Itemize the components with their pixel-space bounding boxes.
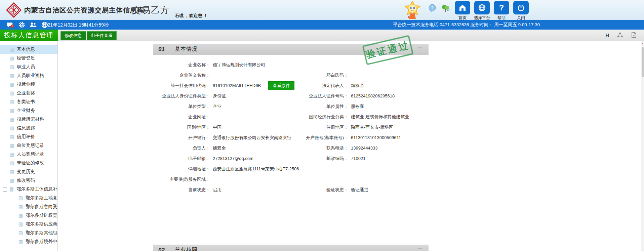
select-platform-button[interactable]: 选择平台 (474, 1, 490, 21)
sidebar-item-label: 企业获奖 (17, 90, 35, 96)
field-label: 企业网址： (153, 114, 210, 120)
clipboard-icon (9, 169, 14, 174)
field-label: 企业法人身份证件类型： (153, 93, 210, 99)
sidebar-item[interactable]: − 鄂尔 (0, 202, 57, 211)
clipboard-icon (9, 108, 14, 113)
clipboard-icon (9, 65, 14, 70)
sidebar-item[interactable]: − 职业 (0, 62, 57, 71)
close-button[interactable]: 关闭 (513, 1, 529, 21)
sidebar-item[interactable]: − 修改 (0, 176, 57, 185)
form-cell-right: 企业法人证件号码： 612524198206295618 (304, 93, 429, 99)
field-label: 验证状态： (304, 187, 348, 193)
vertical-scrollbar[interactable]: ▲ (641, 41, 644, 251)
sidebar-item[interactable]: − 鄂尔 (0, 220, 57, 228)
scroll-up-arrow-icon[interactable]: ▲ (641, 41, 644, 44)
sidebar-item[interactable]: − 未验 (0, 159, 57, 167)
clipboard-icon (9, 91, 14, 96)
sidebar-item[interactable]: − 鄂尔 (0, 228, 57, 237)
toolbar: 投标人信息管理 修改信息 电子件查看 H (0, 30, 644, 41)
field-value: 身份证 (213, 93, 226, 99)
sidebar-item[interactable]: − 鄂尔 (0, 185, 57, 194)
gear-icon[interactable] (18, 22, 25, 28)
edit-info-button[interactable]: 修改信息 (61, 31, 86, 40)
sidebar-item[interactable]: − 单位 (0, 141, 57, 150)
clipboard-icon (18, 196, 23, 201)
field-label: 法定代表人： (304, 83, 348, 89)
form-cell-left: 单位类型： 企业 (153, 103, 304, 110)
sidebar-item[interactable]: − 人员 (0, 150, 57, 159)
sidebar-item[interactable]: − 信息 (0, 124, 57, 132)
sidebar-item[interactable]: − 企业 (0, 106, 57, 115)
field-value: 魏双全 (351, 83, 364, 89)
sidebar-item[interactable]: − 基本 (0, 45, 57, 54)
collapse-section-icon[interactable]: — (418, 246, 422, 251)
platform-globe-icon (474, 1, 490, 14)
sidebar-item[interactable]: − 信用 (0, 132, 57, 141)
site-logo-icon (6, 2, 22, 18)
help-bubble-icon[interactable]: ? (428, 3, 438, 13)
sidebar-item-label: 单位奖惩记录 (17, 142, 44, 149)
form-cell-left: 统一社会信用代码： 91610102MA6TTEED6B 查看原件 (153, 81, 304, 90)
clipboard-icon (9, 56, 14, 61)
sidebar-item-label: 人员奖惩记录 (17, 151, 44, 157)
users-icon[interactable] (30, 22, 37, 28)
form-cell-right: 验证状态： 验证通过 (304, 187, 429, 193)
sidebar-item-label: 基本信息 (17, 46, 35, 52)
notes-stack-icon (9, 187, 14, 192)
home-button[interactable]: 首页 (454, 1, 471, 21)
sidebar-item[interactable]: − 经营 (0, 54, 57, 62)
sitemap-icon[interactable] (617, 32, 623, 38)
sidebar-item[interactable]: − 各类 (0, 97, 57, 106)
form-cell-left: 企业网址： (153, 114, 304, 120)
export-pdf-icon[interactable] (631, 32, 637, 38)
sidebar-item[interactable]: − 鄂尔 (0, 194, 57, 202)
form-row: 开户银行： 交通银行股份有限公司西安长安南路支行 开户账号(基本账号)： 611… (153, 132, 429, 143)
collapse-section-icon[interactable]: — (418, 45, 422, 50)
message-icon[interactable]: ! (7, 22, 14, 28)
field-label: 邮政编码： (304, 156, 348, 162)
field-label: 当前状态： (153, 187, 210, 193)
view-original-button[interactable]: 查看原件 (268, 81, 294, 90)
power-icon (513, 1, 529, 14)
sidebar-item-label: 变更历史 (17, 169, 35, 175)
statusbar-icons: ! (7, 22, 48, 28)
h-tool-icon[interactable]: H (605, 32, 609, 38)
form-cell-right: 邓白氏码： (304, 72, 429, 78)
sidebar-item[interactable]: − 投标 (0, 80, 57, 89)
sidebar-item[interactable]: − 鄂尔 (0, 237, 57, 246)
eview-button[interactable]: 电子件查看 (87, 31, 117, 40)
question-icon: ? (494, 1, 509, 14)
sidebar-item[interactable]: − 人员 (0, 71, 57, 80)
form-cell-left: 负责人： 魏双全 (153, 145, 304, 151)
form-row: 当前状态： 启用 验证状态： 验证通过 (153, 184, 429, 195)
field-label: 负责人： (153, 145, 210, 151)
sidebar-item[interactable]: − 投标 (0, 115, 57, 124)
form-cell-left: 开户银行： 交通银行股份有限公司西安长安南路支行 (153, 135, 304, 141)
eco-tree-icon[interactable] (440, 3, 450, 13)
sidebar-item-label: 鄂尔多斯矿权竞买人 (26, 212, 57, 218)
form-cell-right: 注册地区： 陕西省-西安市-雁塔区 (304, 124, 429, 130)
svg-text:?: ? (499, 3, 504, 12)
form-cell-left: 国别/地区： 中国 (153, 124, 304, 130)
field-value: 13992444333 (351, 145, 378, 151)
sidebar: − 基本 (0, 41, 58, 251)
form-row: 单位类型： 企业 单位属性： 服务商 (153, 101, 429, 112)
field-value: 710021 (351, 156, 365, 161)
field-label: 单位类型： (153, 103, 210, 110)
clipboard-icon (9, 152, 14, 157)
form-cell-left: 企业法人身份证件类型： 身份证 (153, 93, 304, 99)
field-value: 91610102MA6TTEED6B (213, 83, 261, 88)
sidebar-item[interactable]: − 鄂尔 (0, 211, 57, 220)
section-number: 01 (158, 46, 165, 53)
form-cell-right: 单位属性： 服务商 (304, 103, 429, 110)
help-button[interactable]: ? 帮助 (493, 1, 510, 21)
sidebar-item-label: 鄂尔多斯意向受让方 (26, 204, 57, 210)
field-value: 验证通过 (351, 187, 368, 193)
main-content: 01 基本情况 — 验证通过 企业名称： 信宇腾远规划设计有限公司 (58, 41, 641, 251)
module-title: 投标人信息管理 (0, 30, 58, 41)
sidebar-item[interactable]: − 变更 (0, 167, 57, 176)
tree-collapse-icon[interactable]: − (3, 187, 7, 192)
sidebar-item[interactable]: − 企业 (0, 89, 57, 97)
scrollbar-thumb[interactable] (642, 47, 644, 77)
field-label: 统一社会信用代码： (153, 83, 210, 89)
